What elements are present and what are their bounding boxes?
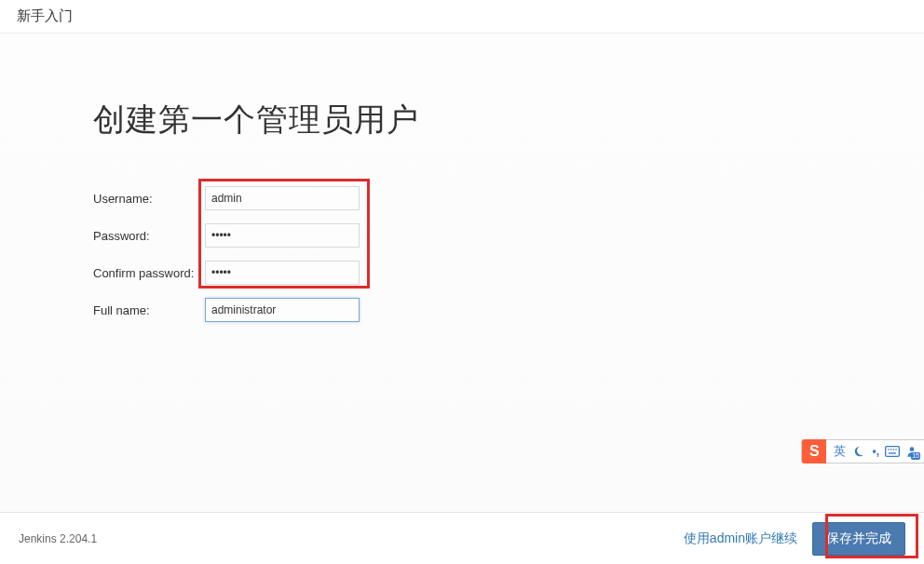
skip-admin-link[interactable]: 使用admin账户继续 xyxy=(684,530,797,547)
username-label: Username: xyxy=(93,192,205,206)
save-and-finish-button[interactable]: 保存并完成 xyxy=(812,522,905,556)
footer-actions: 使用admin账户继续 保存并完成 xyxy=(684,522,905,556)
full-name-row: Full name: xyxy=(93,298,831,322)
ime-person-icon[interactable]: 15 xyxy=(905,445,918,458)
ime-sogou-icon[interactable]: S xyxy=(802,439,826,463)
password-row: Password: xyxy=(93,223,831,248)
ime-language-indicator[interactable]: 英 xyxy=(832,443,848,460)
jenkins-version: Jenkins 2.204.1 xyxy=(19,532,97,545)
ime-badge: 15 xyxy=(911,452,920,460)
confirm-password-row: Confirm password: xyxy=(93,261,831,285)
page-heading: 创建第一个管理员用户 xyxy=(93,99,831,141)
ime-keyboard-icon[interactable] xyxy=(885,445,900,458)
ime-moon-icon[interactable] xyxy=(853,445,866,458)
username-row: Username: xyxy=(93,186,831,210)
ime-toolbar: S 英 •, 15 xyxy=(801,439,924,463)
confirm-password-input[interactable] xyxy=(205,261,360,285)
main-content: 创建第一个管理员用户 Username: Password: Confirm p… xyxy=(0,34,924,514)
confirm-password-label: Confirm password: xyxy=(93,266,205,280)
full-name-label: Full name: xyxy=(93,303,205,317)
header-title: 新手入门 xyxy=(17,7,73,23)
password-label: Password: xyxy=(93,229,205,243)
header-bar: 新手入门 xyxy=(0,0,924,34)
username-input[interactable] xyxy=(205,186,360,210)
svg-point-6 xyxy=(910,447,915,451)
svg-rect-0 xyxy=(886,447,900,457)
ime-punctuation-icon[interactable]: •, xyxy=(872,445,879,458)
admin-form: Username: Password: Confirm password: Fu… xyxy=(93,186,831,322)
password-input[interactable] xyxy=(205,223,360,248)
full-name-input[interactable] xyxy=(205,298,360,322)
footer-bar: Jenkins 2.204.1 使用admin账户继续 保存并完成 xyxy=(0,512,924,564)
